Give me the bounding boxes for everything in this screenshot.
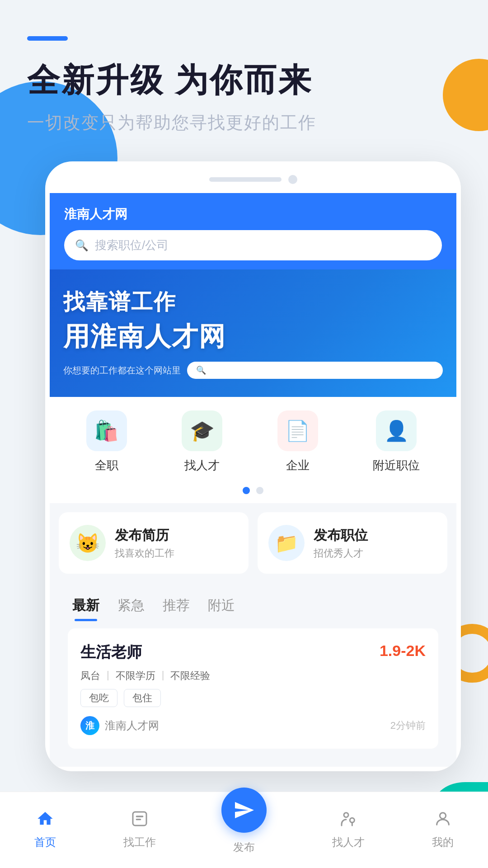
category-item-fujin[interactable]: 👤 附近职位 — [373, 410, 420, 473]
tab-fujin[interactable]: 附近 — [208, 596, 235, 621]
qa-texts-job: 发布职位 招优秀人才 — [314, 526, 368, 560]
category-icon-fujin: 👤 — [376, 410, 417, 451]
qa-title-resume: 发布简历 — [115, 526, 174, 545]
banner-search-mini[interactable]: 🔍 — [187, 362, 443, 379]
qa-icon-resume: 😺 — [70, 525, 106, 561]
phone-notch — [50, 175, 456, 184]
nav-label-publish: 发布 — [233, 840, 255, 854]
category-item-qiye[interactable]: 📄 企业 — [277, 410, 318, 473]
nav-icon-findjob — [127, 806, 152, 831]
post-time: 2分钟前 — [390, 719, 426, 732]
nav-item-mine[interactable]: 我的 — [430, 806, 455, 849]
nav-item-home[interactable]: 首页 — [33, 806, 58, 849]
separator-2: | — [162, 669, 164, 683]
svg-rect-2 — [136, 819, 141, 820]
notch-bar — [209, 177, 282, 182]
svg-point-3 — [344, 813, 348, 817]
banner-line1: 找靠谱工作 — [63, 288, 443, 316]
job-location: 凤台 — [80, 669, 100, 683]
qa-subtitle-job: 招优秀人才 — [314, 547, 368, 560]
category-label-quanzhi: 全职 — [95, 458, 118, 473]
nav-icon-findtalent — [336, 806, 361, 831]
nav-publish-btn[interactable] — [221, 788, 267, 833]
qa-texts-resume: 发布简历 找喜欢的工作 — [115, 526, 174, 560]
job-benefit-tags: 包吃 包住 — [80, 689, 426, 707]
nav-label-mine: 我的 — [432, 835, 454, 849]
nav-icon-mine — [430, 806, 455, 831]
job-education: 不限学历 — [116, 669, 155, 683]
job-card-1[interactable]: 生活老师 1.9-2K 凤台 | 不限学历 | 不限经验 包吃 包住 淮 — [68, 628, 438, 749]
qa-title-job: 发布职位 — [314, 526, 368, 545]
main-tagline-sub: 一切改变只为帮助您寻找更好的工作 — [27, 111, 461, 134]
tab-tuijian[interactable]: 推荐 — [163, 596, 190, 621]
category-label-fujin: 附近职位 — [373, 458, 420, 473]
tabs-bg: 最新 紧急 推荐 附近 — [50, 583, 456, 621]
search-bar[interactable]: 🔍 搜索职位/公司 — [64, 230, 442, 260]
job-experience: 不限经验 — [170, 669, 210, 683]
company-row: 淮 淮南人才网 — [80, 716, 159, 735]
category-label-qiye: 企业 — [286, 458, 310, 473]
category-icon-zhaoRencai: 🎓 — [182, 410, 222, 451]
job-tags-row: 凤台 | 不限学历 | 不限经验 — [80, 669, 426, 683]
app-header-title: 淮南人才网 — [64, 206, 442, 223]
job-card-header: 生活老师 1.9-2K — [80, 642, 426, 663]
benefit-baochi: 包吃 — [80, 689, 117, 707]
qa-icon-job: 📁 — [268, 525, 305, 561]
company-logo: 淮 — [80, 716, 99, 735]
svg-point-5 — [440, 813, 446, 819]
search-placeholder: 搜索职位/公司 — [95, 237, 169, 253]
search-icon: 🔍 — [75, 239, 89, 252]
phone-mockup: 淮南人才网 🔍 搜索职位/公司 找靠谱工作 用淮南人才网 你想要的工作都在这个网… — [45, 161, 461, 771]
quick-action-job[interactable]: 📁 发布职位 招优秀人才 — [258, 512, 447, 574]
bottom-nav: 首页 找工作 发布 找人才 — [0, 792, 488, 868]
tab-zuixin[interactable]: 最新 — [72, 596, 99, 621]
category-row: 🛍️ 全职 🎓 找人才 📄 企业 👤 附近职位 — [50, 397, 456, 487]
job-title: 生活老师 — [80, 642, 142, 663]
notch-dot — [288, 175, 297, 184]
banner-line2: 用淮南人才网 — [63, 319, 443, 354]
separator-1: | — [107, 669, 109, 683]
top-section: 全新升级 为你而来 一切改变只为帮助您寻找更好的工作 — [0, 0, 488, 134]
top-indicator — [27, 36, 68, 41]
app-content-bg: 🛍️ 全职 🎓 找人才 📄 企业 👤 附近职位 😺 — [50, 397, 456, 767]
app-banner: 找靠谱工作 用淮南人才网 你想要的工作都在这个网站里 🔍 — [50, 269, 456, 397]
tabs-row: 最新 紧急 推荐 附近 — [59, 592, 447, 621]
category-icon-quanzhi: 🛍️ — [86, 410, 127, 451]
dot-1 — [243, 487, 250, 494]
nav-label-findtalent: 找人才 — [332, 835, 365, 849]
company-name: 淮南人才网 — [105, 718, 159, 733]
category-item-quanzhi[interactable]: 🛍️ 全职 — [86, 410, 127, 473]
banner-bottom: 你想要的工作都在这个网站里 🔍 — [63, 362, 443, 379]
app-header: 淮南人才网 🔍 搜索职位/公司 — [50, 193, 456, 269]
banner-search-icon: 🔍 — [196, 365, 206, 375]
nav-item-findjob[interactable]: 找工作 — [123, 806, 156, 849]
category-item-zhaoRencai[interactable]: 🎓 找人才 — [182, 410, 222, 473]
benefit-baozhu: 包住 — [124, 689, 161, 707]
banner-small-text: 你想要的工作都在这个网站里 — [63, 364, 181, 377]
dots-indicator — [50, 487, 456, 503]
quick-actions: 😺 发布简历 找喜欢的工作 📁 发布职位 招优秀人才 — [50, 503, 456, 583]
main-tagline-title: 全新升级 为你而来 — [27, 59, 461, 102]
nav-item-publish[interactable]: 发布 — [221, 801, 267, 854]
category-label-zhaoRencai: 找人才 — [184, 458, 220, 473]
svg-rect-1 — [136, 816, 144, 817]
nav-label-home: 首页 — [34, 835, 56, 849]
category-icon-qiye: 📄 — [277, 410, 318, 451]
job-cards-area: 生活老师 1.9-2K 凤台 | 不限学历 | 不限经验 包吃 包住 淮 — [50, 621, 456, 758]
tab-jinji[interactable]: 紧急 — [117, 596, 145, 621]
dot-2 — [256, 487, 263, 494]
qa-subtitle-resume: 找喜欢的工作 — [115, 547, 174, 560]
quick-action-resume[interactable]: 😺 发布简历 找喜欢的工作 — [59, 512, 249, 574]
job-card-footer: 淮 淮南人才网 2分钟前 — [80, 716, 426, 735]
nav-icon-home — [33, 806, 58, 831]
nav-label-findjob: 找工作 — [123, 835, 156, 849]
nav-item-findtalent[interactable]: 找人才 — [332, 806, 365, 849]
job-salary: 1.9-2K — [380, 642, 426, 660]
